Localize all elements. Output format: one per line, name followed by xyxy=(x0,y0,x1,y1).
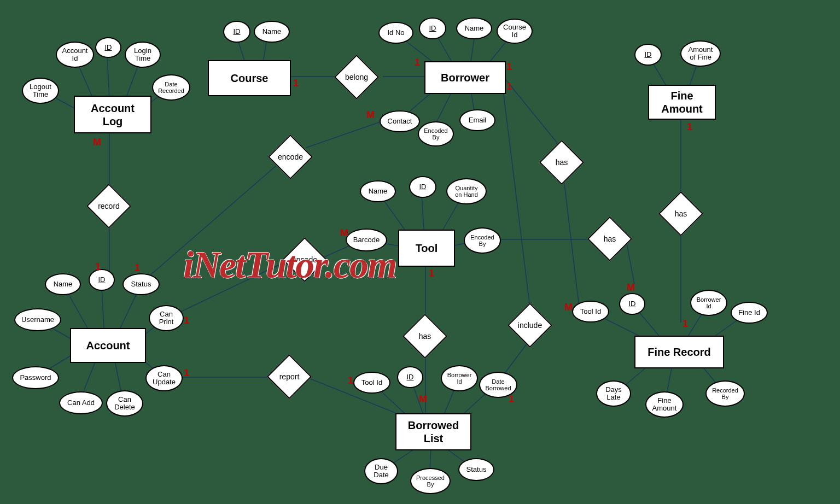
fr-fineid-attr: Fine Id xyxy=(731,302,768,324)
fr-toolid-attr: Tool Id xyxy=(572,301,609,323)
tool-name-attr: Name xyxy=(360,180,396,202)
fine-record-entity: Fine Record xyxy=(634,336,724,368)
account-entity: Account xyxy=(70,328,146,363)
bl-duedate-attr: Due Date xyxy=(364,458,398,484)
include-relationship: include xyxy=(514,309,546,341)
acclog-logouttime-attr: Logout Time xyxy=(22,78,59,104)
account-status-attr: Status xyxy=(122,273,160,295)
svg-line-49 xyxy=(503,77,563,150)
card-borrower-has-right: 1 xyxy=(506,61,512,73)
encode-borrower-relationship: encode xyxy=(275,141,306,173)
card-account-encode-top: 1 xyxy=(135,262,140,274)
watermark-text: iNetTutor.com xyxy=(183,243,396,287)
acclog-id-attr: ID xyxy=(95,37,121,58)
fineamount-id-attr: ID xyxy=(634,44,662,66)
has-tool-borrowedlist-relationship: has xyxy=(409,320,441,352)
bl-toolid-attr: Tool Id xyxy=(353,372,390,394)
course-entity: Course xyxy=(208,60,291,96)
fine-amount-entity: Fine Amount xyxy=(648,85,716,120)
card-fr-has-1: 1 xyxy=(682,318,688,330)
card-course-belong: 1 xyxy=(293,78,299,89)
card-fa-has: 1 xyxy=(687,121,692,133)
bl-id-attr: ID xyxy=(397,366,423,388)
borrower-name-attr: Name xyxy=(456,17,492,39)
borrower-email-attr: Email xyxy=(459,109,495,131)
fr-fineamount-attr: Fine Amount xyxy=(645,391,684,418)
tool-entity: Tool xyxy=(398,230,455,267)
card-account-canupdate: 1 xyxy=(184,367,189,379)
borrower-encodedby-attr: Encoded By xyxy=(418,121,454,146)
acclog-logintime-attr: Login Time xyxy=(125,42,161,68)
account-candelete-attr: Can Delete xyxy=(106,390,143,417)
borrowed-list-entity: Borrowed List xyxy=(395,413,471,450)
fr-recordedby-attr: Recorded By xyxy=(705,380,745,407)
tool-id-attr: ID xyxy=(409,176,436,198)
card-bl-tool: 1 xyxy=(348,375,353,386)
has-borrower-finerecord-relationship: has xyxy=(546,146,578,178)
has-fineamount-finerecord-relationship: has xyxy=(665,198,697,230)
fr-dayslate-attr: Days Late xyxy=(596,380,631,407)
fineamount-amount-attr: Amount of Fine xyxy=(680,40,721,67)
card-tool-encode: M xyxy=(340,227,348,239)
card-bl-include: 1 xyxy=(509,394,514,405)
report-relationship: report xyxy=(273,361,305,392)
card-account-record: 1 xyxy=(95,261,101,273)
course-id-attr: ID xyxy=(223,21,250,43)
account-canprint-attr: Can Print xyxy=(149,305,184,331)
acclog-accountid-attr: Account Id xyxy=(56,42,94,68)
account-canupdate-attr: Can Update xyxy=(145,365,183,391)
fr-id-attr: ID xyxy=(619,293,645,315)
course-name-attr: Name xyxy=(254,21,290,43)
card-borrower-include: 1 xyxy=(506,81,512,92)
card-fr-has-m-left: M xyxy=(564,302,573,313)
acclog-daterec-attr: Date Recorded xyxy=(152,74,190,101)
account-id-attr: ID xyxy=(89,269,115,291)
tool-qoh-attr: Quantity on Hand xyxy=(446,178,487,204)
fr-borrowerid-attr: Borrower Id xyxy=(690,290,727,316)
borrower-id-attr: ID xyxy=(419,17,446,39)
bl-status-attr: Status xyxy=(458,458,494,481)
card-acclog-record: M xyxy=(93,137,101,148)
card-bl-has: M xyxy=(419,394,427,405)
bl-borrowerid-attr: Borrower Id xyxy=(441,365,478,391)
account-canadd-attr: Can Add xyxy=(59,391,103,414)
card-account-canprint: 1 xyxy=(184,315,189,326)
borrower-idno-attr: Id No xyxy=(378,22,413,44)
account-password-attr: Password xyxy=(12,366,59,389)
record-relationship: record xyxy=(93,190,125,222)
borrower-courseid-attr: Course Id xyxy=(497,19,533,44)
card-borrower-encode: M xyxy=(366,109,375,121)
svg-line-50 xyxy=(563,175,580,312)
card-fr-has-m-top: M xyxy=(627,282,635,294)
svg-line-56 xyxy=(626,241,634,284)
card-borrower-belong: 1 xyxy=(415,57,420,68)
tool-encodedby-attr: Encoded By xyxy=(464,227,501,254)
account-log-entity: Account Log xyxy=(74,96,151,133)
svg-line-51 xyxy=(503,90,530,312)
bl-processedby-attr: Processed By xyxy=(410,468,451,494)
card-tool-has-bl: 1 xyxy=(429,268,434,279)
account-name-attr: Name xyxy=(45,273,81,295)
borrower-entity: Borrower xyxy=(424,61,506,94)
borrower-contact-attr: Contact xyxy=(380,110,420,132)
account-username-attr: Username xyxy=(14,308,61,331)
belong-relationship: belong xyxy=(341,61,372,93)
svg-line-30 xyxy=(306,119,388,148)
has-tool-finerecord-relationship: has xyxy=(594,223,626,255)
